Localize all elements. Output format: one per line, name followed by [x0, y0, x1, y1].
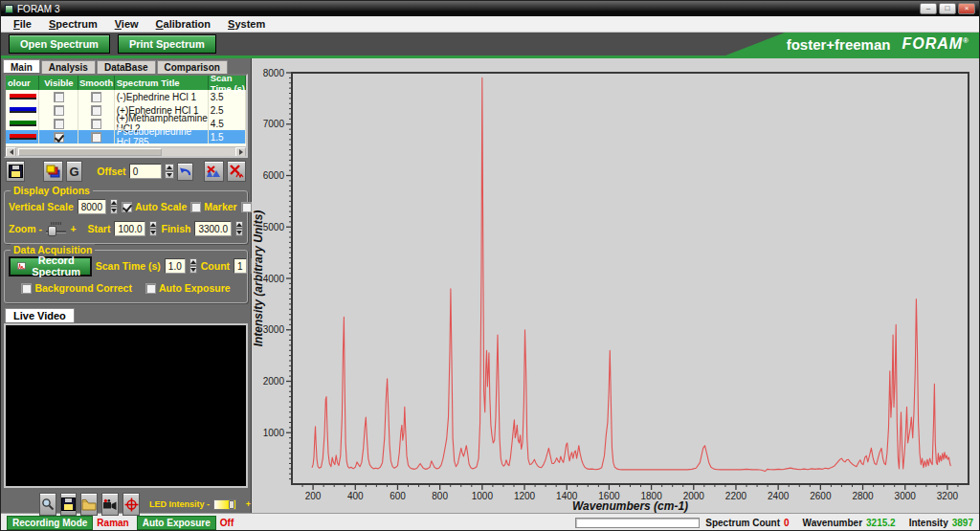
table-row[interactable]: (-)Ephedrine HCl 13.5: [6, 90, 246, 103]
offset-spinner[interactable]: [165, 164, 174, 179]
led-plus[interactable]: +: [246, 499, 251, 509]
smooth-checkbox[interactable]: [91, 119, 101, 129]
menu-item-view[interactable]: View: [106, 18, 147, 30]
x-axis-title: Wavenumbers (cm-1): [572, 499, 688, 513]
vertical-scale-spinner[interactable]: [110, 199, 118, 214]
close-button[interactable]: ×: [958, 3, 975, 14]
spin-down-icon[interactable]: [110, 207, 118, 214]
title-bar[interactable]: FORAM 3 – □ ×: [1, 1, 979, 16]
smooth-checkbox[interactable]: [91, 105, 101, 116]
spin-down-icon[interactable]: [189, 266, 197, 274]
scan-time-cell: 4.5: [209, 117, 246, 130]
led-intensity-label: LED Intensity: [149, 499, 205, 509]
tab-analysis[interactable]: Analysis: [41, 60, 96, 74]
scroll-right-icon[interactable]: [235, 147, 246, 157]
toolbar: Open Spectrum Print Spectrum foster+free…: [1, 33, 979, 55]
smooth-checkbox[interactable]: [91, 92, 101, 102]
open-spectrum-button[interactable]: Open Spectrum: [9, 34, 110, 54]
delete-spectrum-button[interactable]: [204, 161, 223, 182]
spectrum-chart[interactable]: 2004006008001000120014001600180020002200…: [252, 58, 980, 513]
spin-up-icon[interactable]: [110, 199, 118, 207]
spin-down-icon[interactable]: [149, 229, 157, 236]
visible-checkbox[interactable]: [54, 119, 64, 129]
visible-checkbox[interactable]: [54, 92, 64, 102]
table-header-0: olour: [6, 76, 39, 90]
spin-down-icon[interactable]: [165, 171, 174, 179]
finish-spinner[interactable]: [235, 221, 243, 236]
auto-exposure-badge: Auto Exposure: [137, 516, 216, 530]
menu-item-calibration[interactable]: Calibration: [147, 18, 219, 30]
tab-database[interactable]: DataBase: [97, 60, 156, 74]
smooth-checkbox[interactable]: [91, 132, 101, 143]
count-input[interactable]: 1: [234, 258, 247, 274]
app-icon: [5, 5, 13, 13]
background-correct-checkbox[interactable]: [21, 283, 32, 294]
led-slider-handle[interactable]: [229, 500, 234, 509]
magnifier-icon: [41, 498, 55, 511]
left-panel: MainAnalysisDataBaseComparison olourVisi…: [1, 58, 252, 513]
scan-time-spinner[interactable]: [189, 258, 197, 274]
led-minus[interactable]: -: [207, 499, 210, 509]
target-alignment-button[interactable]: [122, 493, 140, 516]
minimize-button[interactable]: –: [920, 3, 937, 14]
finish-input[interactable]: 3300.0: [194, 221, 232, 236]
scan-time-cell: 2.5: [209, 103, 246, 117]
start-input[interactable]: 100.0: [114, 221, 145, 236]
vertical-scale-label: Vertical Scale: [9, 201, 74, 212]
marker-label: Marker: [204, 201, 236, 212]
y-tick-label: 5000: [263, 222, 285, 232]
spin-down-icon[interactable]: [235, 229, 243, 236]
vertical-scale-input[interactable]: 8000: [78, 199, 106, 214]
tab-main[interactable]: Main: [3, 59, 40, 73]
record-spectrum-button[interactable]: Record Spectrum: [9, 256, 92, 277]
palette-button[interactable]: [43, 161, 62, 182]
camera-button[interactable]: [101, 493, 119, 516]
zoom-slider[interactable]: [46, 222, 66, 236]
open-image-button[interactable]: [80, 493, 98, 516]
led-intensity-slider[interactable]: [213, 499, 236, 510]
table-horizontal-scrollbar[interactable]: [6, 146, 246, 156]
maximize-button[interactable]: □: [939, 3, 956, 14]
labels-checkbox[interactable]: [241, 202, 252, 212]
visible-checkbox[interactable]: [54, 132, 64, 143]
zoom-label: Zoom: [9, 223, 36, 234]
spectra-table-header: olourVisibleSmoothSpectrum TitleScan Tim…: [6, 76, 246, 90]
zoom-tool-button[interactable]: [39, 493, 56, 516]
save-image-button[interactable]: [60, 493, 78, 516]
save-spectrum-button[interactable]: [6, 161, 25, 182]
print-spectrum-button[interactable]: Print Spectrum: [118, 34, 216, 54]
marker-checkbox[interactable]: [190, 202, 201, 212]
spin-up-icon[interactable]: [235, 221, 243, 229]
start-spinner[interactable]: [149, 221, 157, 236]
menu-item-system[interactable]: System: [219, 18, 274, 30]
menu-item-spectrum[interactable]: Spectrum: [40, 18, 106, 30]
spin-up-icon[interactable]: [189, 258, 197, 266]
chart-panel: 2004006008001000120014001600180020002200…: [252, 58, 980, 513]
spin-up-icon[interactable]: [165, 164, 174, 171]
scan-time-input[interactable]: 1.0: [165, 258, 186, 274]
delete-all-spectra-button[interactable]: [227, 161, 246, 182]
color-swatch: [10, 94, 36, 100]
auto-scale-label: Auto Scale: [135, 201, 187, 212]
menu-item-file[interactable]: File: [5, 18, 40, 30]
y-tick-label: 2000: [263, 376, 285, 387]
colour-cell: [6, 117, 39, 130]
visible-checkbox[interactable]: [54, 105, 64, 116]
scrollbar-thumb[interactable]: [18, 148, 162, 156]
zoom-slider-handle[interactable]: [48, 226, 56, 236]
grayscale-button[interactable]: G: [66, 161, 82, 182]
offset-undo-button[interactable]: [177, 163, 193, 181]
offset-input[interactable]: 0: [129, 164, 162, 179]
zoom-minus[interactable]: -: [39, 223, 43, 234]
live-video-tab[interactable]: Live Video: [5, 308, 75, 322]
spin-up-icon[interactable]: [149, 221, 157, 229]
zoom-plus[interactable]: +: [70, 223, 76, 234]
smooth-cell: [78, 130, 114, 144]
auto-exposure-checkbox[interactable]: [145, 283, 156, 294]
tab-comparison[interactable]: Comparison: [157, 60, 228, 74]
recording-mode-badge: Recording Mode: [7, 516, 93, 530]
auto-scale-checkbox[interactable]: [122, 202, 132, 212]
scroll-left-icon[interactable]: [6, 147, 16, 157]
table-row[interactable]: Pseudoephedrine Hcl 7851.5: [6, 130, 246, 144]
smooth-cell: [78, 117, 114, 130]
